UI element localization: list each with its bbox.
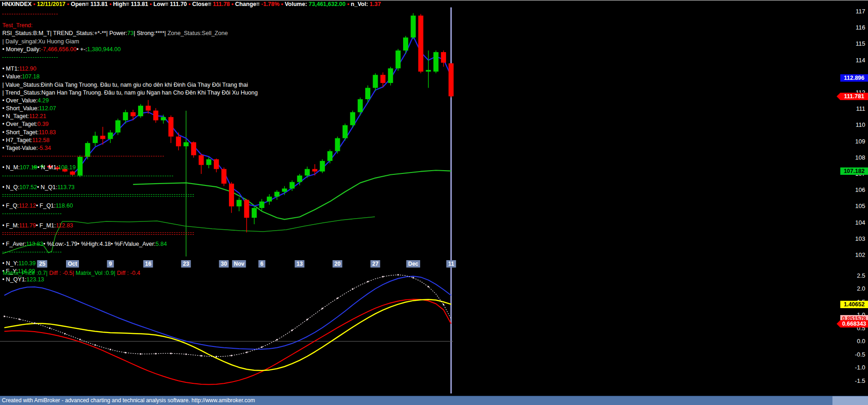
indicator-text-segment: • N_Q: — [2, 184, 19, 191]
matrix-white-marker — [291, 330, 293, 331]
matrix-white-marker — [200, 355, 202, 357]
quote-info-segment: Close= — [192, 1, 213, 7]
indicator-text-segment: 113.83 — [26, 241, 43, 247]
indicator-text-segment: 110.83 — [39, 129, 56, 136]
quote-info-segment: Volume: — [285, 1, 309, 7]
indicator-text-line: • Money_Daily:-7,466,656.00• +-:1,380,94… — [2, 46, 258, 54]
date-axis-label[interactable]: 16 — [143, 260, 153, 268]
matrix-title-segment: Matrix_Vol :0.9| — [76, 270, 115, 276]
matrix-white-marker — [413, 277, 414, 279]
indicator-text-line: • N_QY1:123.13 — [2, 276, 258, 284]
indicator-text-segment: Test_Trend: — [2, 22, 33, 29]
indicator-text-line: • Over_Taget:0.39 — [2, 120, 258, 128]
indicator-text-segment: -5.34 — [38, 145, 51, 151]
axis-tick-label: -0.5 — [833, 351, 865, 358]
separator-row — [2, 252, 258, 260]
indicator-text-segment: • F_M: — [2, 222, 19, 229]
indicator-text-segment: • Over_Taget: — [2, 121, 37, 127]
date-axis-label[interactable]: 11 — [446, 260, 456, 268]
candle-body — [418, 16, 423, 71]
separator-row — [2, 194, 258, 202]
candle-body — [335, 138, 340, 151]
quote-info-segment: -1.78% — [261, 1, 281, 7]
indicator-text-line: | Daily_singal:Xu Huong Giam — [2, 38, 258, 46]
date-axis[interactable]: 25Oct9162330Nov6132027Dec11 — [0, 260, 868, 269]
matrix-title-segment: Diff : -0.4 — [115, 270, 140, 276]
indicator-text-line: • Short_Taget:110.83 — [2, 129, 258, 137]
separator-line — [2, 194, 194, 197]
indicator-text-segment: • Over_Value: — [2, 97, 37, 104]
date-axis-label[interactable]: 23 — [181, 260, 191, 268]
quote-info-segment: 1.37 — [370, 1, 381, 7]
quote-info-segment: • — [281, 1, 285, 7]
date-axis-label[interactable]: 6 — [259, 260, 265, 268]
quote-info-segment: • — [67, 1, 71, 7]
date-axis-label[interactable]: Dec — [406, 260, 420, 268]
quote-info-segment: • — [109, 1, 113, 7]
separator-row — [2, 214, 258, 221]
indicator-text-segment: • +-: — [77, 46, 87, 53]
quote-info-segment: 73,461,632.00 — [309, 1, 347, 7]
date-axis-label[interactable]: Nov — [232, 260, 246, 268]
matrix-yellow-line — [4, 299, 451, 370]
indicator-text-segment: | Strong:****| — [134, 30, 168, 36]
quote-info-segment: • — [231, 1, 235, 7]
quote-info-segment: HNXINDEX — [2, 1, 33, 7]
indicator-text-line: Test_Trend: — [2, 22, 258, 30]
matrix-white-marker — [231, 355, 232, 356]
separator-row — [2, 156, 258, 164]
amibroker-chart-window: { "palette":{"white":"#ffffff","red":"#f… — [0, 0, 868, 405]
axis-value-box: 112.896 — [840, 74, 868, 82]
matrix-white-marker — [49, 328, 50, 329]
axis-tick-label: 114 — [833, 57, 865, 64]
matrix-white-marker — [367, 281, 368, 282]
quote-info-segment: Low= 111.70 — [153, 1, 188, 7]
date-axis-label[interactable]: Oct — [66, 260, 79, 268]
date-axis-label[interactable]: 13 — [295, 260, 304, 268]
candle-body — [282, 189, 287, 192]
date-axis-label[interactable]: 27 — [370, 260, 380, 268]
indicator-text-segment: • %F/Value_Aver: — [111, 241, 156, 247]
axis-tick-label: 105 — [833, 203, 865, 209]
indicator-text-segment: • Short_Taget: — [2, 129, 39, 136]
candle-body — [403, 37, 408, 50]
indicator-text-segment: 112.21 — [29, 113, 46, 119]
price-axis[interactable]: 1171161151141131121111101091081071061051… — [829, 0, 868, 396]
quote-info-segment: Open= 113.81 — [71, 1, 109, 7]
separator-line — [2, 252, 61, 252]
matrix-white-marker — [216, 356, 217, 357]
date-axis-label[interactable]: 20 — [332, 260, 342, 268]
matrix-white-marker — [19, 319, 20, 320]
candle-body — [305, 169, 310, 175]
indicator-text-segment: 118.60 — [56, 202, 73, 209]
indicator-text-segment: • F_Q1: — [36, 202, 56, 209]
indicator-text-line: • F_Q:112.12• F_Q1:118.60 — [2, 202, 258, 210]
date-axis-label[interactable]: 30 — [219, 260, 229, 268]
matrix-white-marker — [4, 316, 5, 317]
quote-info-segment: • — [150, 1, 153, 7]
date-axis-label[interactable]: 25 — [37, 260, 47, 268]
candle-body — [449, 63, 454, 96]
indicator-text-line: • Short_Value:112.07 — [2, 105, 258, 113]
separator-row — [2, 57, 258, 65]
indicator-text-segment: 112.12 — [19, 202, 36, 209]
indicator-text-line: • Taget-Value:-5.34 — [2, 144, 258, 152]
indicator-text-segment: • %Low: — [43, 241, 64, 247]
indicator-text-segment: • N_Q1: — [37, 184, 57, 191]
matrix-white-marker — [110, 349, 111, 350]
matrix-white-marker — [140, 353, 141, 355]
quote-info-segment: • — [33, 1, 37, 7]
indicator-text-line: • N_Q:107.52• N_Q1:113.73 — [2, 184, 258, 191]
date-axis-label[interactable]: 9 — [107, 260, 114, 268]
indicator-text-segment: 112.58 — [32, 137, 49, 143]
candle-body — [388, 68, 393, 83]
axis-tick-label: -1.0 — [833, 364, 865, 371]
axis-value-box: 107.182 — [840, 167, 868, 175]
candle-body — [320, 161, 325, 172]
candle-body — [289, 182, 295, 189]
candle-body — [312, 169, 317, 171]
axis-tick-label: 108 — [833, 155, 865, 161]
quote-info-segment: 12/11/2017 — [37, 1, 67, 7]
indicator-text-segment: 112.07 — [39, 105, 56, 112]
indicator-text-segment: • N_Taget: — [2, 113, 29, 119]
